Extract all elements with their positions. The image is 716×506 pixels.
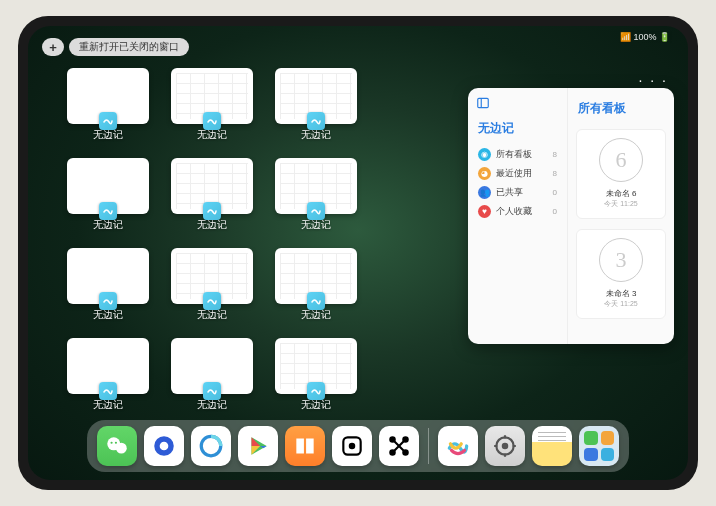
ipad-frame: 📶 100% 🔋 + 重新打开已关闭的窗口 · · · 无边记无边记无边记无边记…: [18, 16, 698, 490]
app-window-thumbnail[interactable]: 无边记: [170, 338, 254, 412]
app-window-thumbnail[interactable]: 无边记: [170, 68, 254, 142]
svg-point-4: [111, 442, 113, 444]
app-window-thumbnail[interactable]: 无边记: [170, 248, 254, 322]
nav-count: 8: [553, 169, 557, 178]
nav-label: 个人收藏: [496, 205, 532, 218]
board-sketch-icon: 6: [599, 138, 643, 182]
freeform-badge-icon: [307, 292, 325, 310]
window-label: 无边记: [301, 218, 331, 232]
dock-separator: [428, 428, 429, 464]
dock: [87, 420, 629, 472]
app-window-thumbnail[interactable]: 无边记: [66, 248, 150, 322]
nav-item-2[interactable]: 👥已共享0: [476, 183, 559, 202]
app-library-icon[interactable]: [579, 426, 619, 466]
board-name: 未命名 3: [606, 288, 637, 299]
app-window-thumbnail[interactable]: 无边记: [66, 338, 150, 412]
nav-label: 所有看板: [496, 148, 532, 161]
board-name: 未命名 6: [606, 188, 637, 199]
board-time: 今天 11:25: [604, 199, 637, 209]
freeform-badge-icon: [203, 292, 221, 310]
wechat-icon[interactable]: [97, 426, 137, 466]
freeform-badge-icon: [203, 202, 221, 220]
app-window-thumbnail[interactable]: 无边记: [274, 338, 358, 412]
qq-browser-icon[interactable]: [144, 426, 184, 466]
app-windows-grid: 无边记无边记无边记无边记无边记无边记无边记无边记无边记无边记无边记无边记: [66, 68, 461, 412]
nav-label: 已共享: [496, 186, 523, 199]
freeform-badge-icon: [307, 112, 325, 130]
settings-icon[interactable]: [485, 426, 525, 466]
panel-left-title: 无边记: [478, 120, 559, 137]
freeform-badge-icon: [99, 292, 117, 310]
window-label: 无边记: [301, 308, 331, 322]
board-card[interactable]: 6未命名 6今天 11:25: [576, 129, 666, 219]
window-label: 无边记: [301, 398, 331, 412]
freeform-badge-icon: [99, 382, 117, 400]
window-label: 无边记: [93, 128, 123, 142]
nav-dot-icon: 👥: [478, 186, 491, 199]
freeform-badge-icon: [203, 112, 221, 130]
dice-icon[interactable]: [332, 426, 372, 466]
window-label: 无边记: [197, 398, 227, 412]
nav-list: ◉所有看板8◕最近使用8👥已共享0♥个人收藏0: [476, 145, 559, 221]
svg-point-3: [116, 443, 127, 454]
nav-dot-icon: ◉: [478, 148, 491, 161]
notes-icon[interactable]: [532, 426, 572, 466]
qq-browser-alt-icon[interactable]: [191, 426, 231, 466]
play-store-icon[interactable]: [238, 426, 278, 466]
board-card[interactable]: 3未命名 3今天 11:25: [576, 229, 666, 319]
svg-point-14: [349, 443, 356, 450]
board-sketch-icon: 3: [599, 238, 643, 282]
board-time: 今天 11:25: [604, 299, 637, 309]
graph-icon[interactable]: [379, 426, 419, 466]
reopen-closed-window-button[interactable]: 重新打开已关闭的窗口: [69, 38, 189, 56]
window-label: 无边记: [197, 218, 227, 232]
status-bar: 📶 100% 🔋: [620, 32, 670, 42]
nav-count: 0: [553, 207, 557, 216]
sidebar-toggle-icon[interactable]: [476, 96, 490, 110]
window-label: 无边记: [93, 398, 123, 412]
app-window-thumbnail[interactable]: 无边记: [66, 158, 150, 232]
svg-point-5: [115, 442, 117, 444]
app-window-thumbnail[interactable]: 无边记: [170, 158, 254, 232]
window-label: 无边记: [301, 128, 331, 142]
svg-point-22: [502, 443, 509, 450]
ipad-screen: 📶 100% 🔋 + 重新打开已关闭的窗口 · · · 无边记无边记无边记无边记…: [28, 26, 688, 480]
freeform-badge-icon: [99, 112, 117, 130]
nav-item-0[interactable]: ◉所有看板8: [476, 145, 559, 164]
freeform-badge-icon: [307, 202, 325, 220]
svg-rect-0: [478, 98, 489, 107]
app-window-thumbnail[interactable]: 无边记: [274, 158, 358, 232]
panel-right-title: 所有看板: [578, 100, 666, 117]
boards-list: 6未命名 6今天 11:253未命名 3今天 11:25: [576, 129, 666, 319]
app-window-thumbnail[interactable]: 无边记: [274, 68, 358, 142]
panel-left: 无边记 ◉所有看板8◕最近使用8👥已共享0♥个人收藏0: [468, 88, 568, 344]
nav-item-1[interactable]: ◕最近使用8: [476, 164, 559, 183]
nav-count: 0: [553, 188, 557, 197]
window-label: 无边记: [93, 308, 123, 322]
top-left-controls: + 重新打开已关闭的窗口: [42, 38, 189, 56]
nav-dot-icon: ◕: [478, 167, 491, 180]
freeform-badge-icon: [99, 202, 117, 220]
window-label: 无边记: [197, 128, 227, 142]
svg-point-7: [160, 442, 169, 451]
new-window-button[interactable]: +: [42, 38, 64, 56]
freeform-icon[interactable]: [438, 426, 478, 466]
nav-dot-icon: ♥: [478, 205, 491, 218]
nav-item-3[interactable]: ♥个人收藏0: [476, 202, 559, 221]
nav-label: 最近使用: [496, 167, 532, 180]
panel-right: 所有看板 6未命名 6今天 11:253未命名 3今天 11:25: [568, 88, 674, 344]
window-label: 无边记: [197, 308, 227, 322]
app-window-thumbnail[interactable]: 无边记: [66, 68, 150, 142]
more-icon[interactable]: · · ·: [639, 72, 668, 88]
freeform-sidebar-panel: 无边记 ◉所有看板8◕最近使用8👥已共享0♥个人收藏0 所有看板 6未命名 6今…: [468, 88, 674, 344]
window-label: 无边记: [93, 218, 123, 232]
books-icon[interactable]: [285, 426, 325, 466]
freeform-badge-icon: [203, 382, 221, 400]
app-window-thumbnail[interactable]: 无边记: [274, 248, 358, 322]
freeform-badge-icon: [307, 382, 325, 400]
nav-count: 8: [553, 150, 557, 159]
